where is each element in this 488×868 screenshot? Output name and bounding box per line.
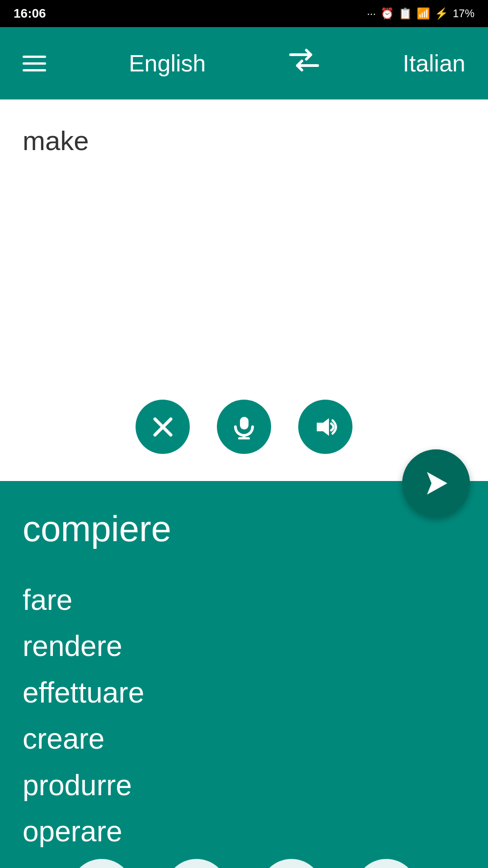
svg-rect-2 [240, 417, 249, 429]
clear-button[interactable] [136, 400, 190, 454]
text-input[interactable]: make [23, 122, 465, 384]
time-display: 16:06 [14, 6, 46, 21]
copy-button[interactable] [70, 859, 133, 868]
svg-marker-6 [427, 472, 447, 495]
input-area: make [0, 99, 488, 481]
alt-translation-5[interactable]: operare [23, 808, 465, 854]
toolbar: English Italian [0, 27, 488, 99]
svg-marker-5 [317, 418, 329, 436]
alternative-translations: fare rendere effettuare creare produrre … [23, 577, 465, 854]
dots-icon: ··· [367, 7, 376, 20]
share-button[interactable] [165, 859, 228, 868]
speak-translation-button[interactable] [355, 859, 418, 868]
bottom-action-buttons [0, 859, 488, 868]
alt-translation-2[interactable]: effettuare [23, 670, 465, 716]
alt-translation-1[interactable]: rendere [23, 623, 465, 669]
signal-icon: 📶 [417, 7, 430, 20]
alarm-icon: ⏰ [380, 7, 394, 20]
favorite-button[interactable] [260, 859, 323, 868]
source-language[interactable]: English [129, 50, 206, 77]
status-bar: 16:06 ··· ⏰ 📋 📶 ⚡ 17% [0, 0, 488, 27]
translation-area: compiere fare rendere effettuare creare … [0, 481, 488, 868]
battery-level: 17% [453, 7, 474, 20]
speak-button[interactable] [298, 400, 352, 454]
menu-button[interactable] [23, 56, 46, 71]
primary-translation[interactable]: compiere [23, 508, 465, 550]
target-language[interactable]: Italian [403, 50, 465, 77]
menu-line-1 [23, 56, 46, 58]
alt-translation-4[interactable]: produrre [23, 762, 465, 808]
charging-icon: ⚡ [435, 7, 448, 20]
alt-translation-0[interactable]: fare [23, 577, 465, 623]
alt-translation-3[interactable]: creare [23, 716, 465, 762]
input-action-buttons [23, 400, 465, 463]
microphone-button[interactable] [217, 400, 271, 454]
sim-icon: 📋 [399, 7, 412, 20]
status-icons: ··· ⏰ 📋 📶 ⚡ 17% [367, 7, 474, 20]
translate-button[interactable] [402, 449, 470, 517]
menu-line-2 [23, 62, 46, 65]
swap-languages-button[interactable] [288, 47, 320, 80]
menu-line-3 [23, 69, 46, 71]
